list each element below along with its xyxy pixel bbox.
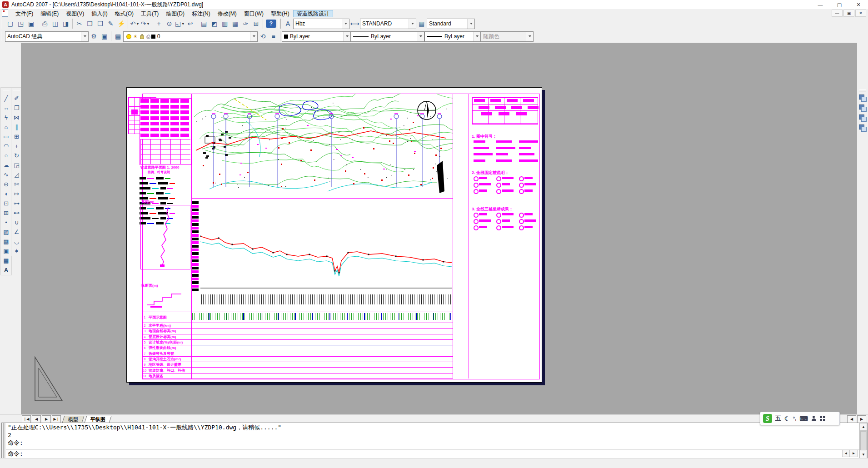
menu-pipeline-design[interactable]: 管道线路设计 xyxy=(293,10,333,17)
zoom-window-icon[interactable]: ◱▼ xyxy=(175,19,185,29)
toolbar-grip[interactable] xyxy=(279,19,281,29)
minimize-button[interactable]: — xyxy=(811,0,830,9)
match-properties-icon[interactable]: ✎ xyxy=(105,19,116,29)
workspace-combo[interactable]: AutoCAD 经典 xyxy=(5,31,89,42)
table-style-icon[interactable]: ▦ xyxy=(416,19,427,29)
toolbox-grid-icon[interactable] xyxy=(820,416,825,421)
sheetset-manager-icon[interactable]: ▦ xyxy=(230,19,240,29)
mtext-icon[interactable]: A xyxy=(1,265,11,275)
chevron-down-icon[interactable] xyxy=(473,32,480,41)
copy-icon[interactable]: ❐ xyxy=(85,19,95,29)
moon-icon[interactable]: ☾ xyxy=(784,415,790,422)
layer-on-bulb-icon[interactable] xyxy=(126,34,131,39)
tab-model[interactable]: 模型 xyxy=(62,416,84,423)
zoom-previous-icon[interactable]: ↩ xyxy=(185,19,195,29)
drawing-canvas[interactable]: 管道线路平面图 1: 2000 图例、符号说明 高程(m) xyxy=(21,43,857,414)
tool-palettes-icon[interactable]: ▥ xyxy=(219,19,230,29)
move-icon[interactable]: + xyxy=(12,141,21,151)
layer-combo[interactable]: ☀ ⎙ 0 xyxy=(123,31,258,42)
user-icon[interactable] xyxy=(811,416,817,421)
chevron-down-icon[interactable] xyxy=(467,19,474,29)
child-close-button[interactable]: ✕ xyxy=(855,10,866,17)
join-icon[interactable]: ∪ xyxy=(12,218,21,227)
ime-mode-wubi[interactable]: 五 xyxy=(775,414,781,423)
command-window[interactable]: "正在处理C:\\Users\\1735\\Desktop\\H1041-101… xyxy=(1,423,868,459)
lineweight-combo[interactable]: ByLayer xyxy=(424,31,481,42)
chevron-down-icon[interactable] xyxy=(409,19,416,29)
child-restore-button[interactable]: ▣ xyxy=(843,10,854,17)
workspace-settings-icon[interactable]: ⚙ xyxy=(89,31,99,42)
menu-insert[interactable]: 插入(I) xyxy=(88,10,111,17)
scroll-up-icon[interactable]: ▲ xyxy=(860,423,867,431)
first-tab-button[interactable]: ❘◀ xyxy=(22,415,31,423)
publish-icon[interactable]: ◨ xyxy=(60,19,71,29)
command-scrollbar[interactable]: ▲ ▼ xyxy=(859,423,867,458)
revision-cloud-icon[interactable]: ☁ xyxy=(1,160,11,170)
block-editor-icon[interactable]: ⚡ xyxy=(116,19,126,29)
menu-view[interactable]: 视图(V) xyxy=(62,10,88,17)
polygon-icon[interactable]: ⌂ xyxy=(1,122,11,132)
undo-icon[interactable]: ↶▼ xyxy=(130,19,140,29)
cmd-scroll-left-icon[interactable]: ◀ xyxy=(842,450,850,457)
insert-block-icon[interactable]: ⊡ xyxy=(1,199,11,208)
dim-style-combo[interactable]: STANDARD xyxy=(360,19,416,29)
array-icon[interactable]: ⊞ xyxy=(12,132,21,141)
stretch-icon[interactable]: ◿ xyxy=(12,170,21,179)
arc-icon[interactable]: ◠ xyxy=(1,141,11,151)
offset-icon[interactable]: ∥ xyxy=(12,122,21,132)
cut-icon[interactable]: ✂ xyxy=(74,19,85,29)
open-icon[interactable]: ◳ xyxy=(15,19,26,29)
trim-icon[interactable]: ✄ xyxy=(12,179,21,189)
close-button[interactable]: ✕ xyxy=(849,0,868,9)
cmd-scroll-right-icon[interactable]: ▶ xyxy=(850,450,858,457)
properties-icon[interactable]: ▤ xyxy=(199,19,209,29)
color-combo[interactable]: ByLayer xyxy=(282,31,351,42)
chevron-down-icon[interactable] xyxy=(250,32,257,41)
menu-tools[interactable]: 工具(T) xyxy=(137,10,162,17)
circle-icon[interactable]: ○ xyxy=(1,151,11,160)
scroll-down-icon[interactable]: ▼ xyxy=(860,451,867,458)
send-to-back-icon[interactable] xyxy=(858,104,867,112)
dim-style-icon[interactable]: ⟷ xyxy=(349,19,360,29)
paste-icon[interactable]: ❒ xyxy=(95,19,105,29)
bring-to-front-icon[interactable] xyxy=(858,94,867,102)
plot-preview-icon[interactable]: ◫ xyxy=(50,19,60,29)
explode-icon[interactable]: ✶ xyxy=(12,246,21,256)
gradient-icon[interactable]: ▩ xyxy=(1,237,11,246)
plot-icon[interactable]: ⎙ xyxy=(40,19,50,29)
ellipse-arc-icon[interactable]: ◖ xyxy=(1,189,11,199)
scroll-thumb[interactable] xyxy=(860,431,867,450)
make-block-icon[interactable]: ⊞ xyxy=(1,208,11,218)
menu-format[interactable]: 格式(O) xyxy=(111,10,137,17)
maximize-button[interactable]: ▢ xyxy=(830,0,849,9)
text-style-icon[interactable]: A xyxy=(283,19,293,29)
line-icon[interactable]: ╱ xyxy=(1,94,11,103)
quickcalc-icon[interactable]: ⊞ xyxy=(251,19,261,29)
copy-object-icon[interactable]: ❐ xyxy=(12,103,21,113)
keyboard-icon[interactable]: ⌨ xyxy=(799,415,808,422)
chevron-down-icon[interactable] xyxy=(343,32,350,41)
toolbar-grip[interactable] xyxy=(1,31,3,41)
menu-draw[interactable]: 绘图(D) xyxy=(162,10,188,17)
layer-freeze-sun-icon[interactable]: ☀ xyxy=(133,34,138,40)
child-minimize-button[interactable]: — xyxy=(832,10,843,17)
construction-line-icon[interactable]: ↔ xyxy=(1,103,11,113)
layer-properties-manager-icon[interactable]: ▤ xyxy=(113,31,123,42)
text-style-combo[interactable]: Hbz xyxy=(293,19,349,29)
chamfer-icon[interactable]: ∠ xyxy=(12,227,21,237)
break-icon[interactable]: ⊷ xyxy=(12,208,21,218)
save-icon[interactable]: ▣ xyxy=(26,19,36,29)
qnew-icon[interactable]: ▢ xyxy=(5,19,15,29)
last-tab-button[interactable]: ▶❘ xyxy=(52,415,61,423)
command-input-line[interactable]: 命令: ◀ ▶ xyxy=(6,449,859,458)
chevron-down-icon[interactable] xyxy=(81,32,88,41)
layer-lock-icon[interactable] xyxy=(140,35,144,39)
erase-icon[interactable]: ✐ xyxy=(12,94,21,103)
save-workspace-icon[interactable]: ▣ xyxy=(99,31,110,42)
region-icon[interactable]: ▣ xyxy=(1,246,11,256)
ellipse-icon[interactable]: ⊖ xyxy=(1,179,11,189)
hscroll-right-icon[interactable]: ▶ xyxy=(857,415,866,423)
menu-file[interactable]: 文件(F) xyxy=(12,10,37,17)
linetype-combo[interactable]: ByLayer xyxy=(351,31,424,42)
designcenter-icon[interactable]: ◩ xyxy=(209,19,219,29)
